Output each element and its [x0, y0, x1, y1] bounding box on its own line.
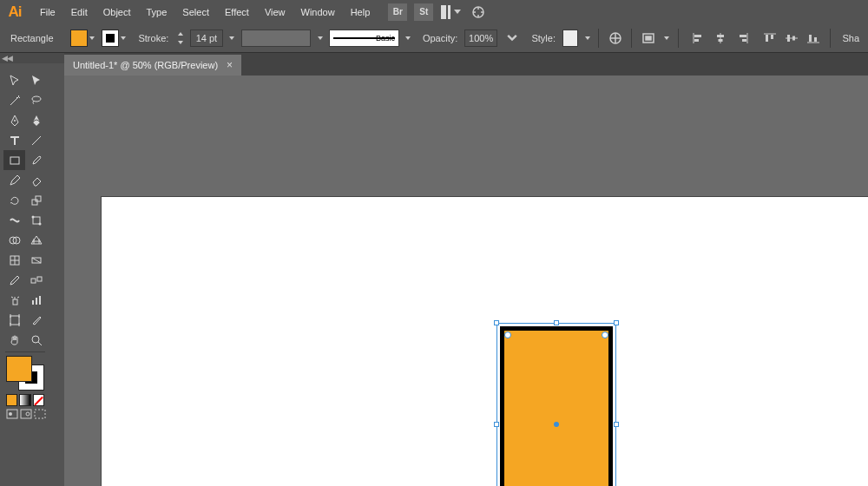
selection-tool[interactable]	[3, 70, 25, 90]
width-tool[interactable]	[3, 210, 25, 230]
color-mode-solid[interactable]	[6, 394, 17, 406]
svg-rect-9	[718, 39, 722, 42]
opacity-dropdown[interactable]	[503, 29, 521, 48]
paintbrush-tool[interactable]	[25, 150, 47, 170]
type-tool[interactable]	[3, 130, 25, 150]
gpu-preview-button[interactable]	[468, 3, 489, 22]
artboard[interactable]	[102, 197, 868, 486]
stroke-weight-field[interactable]: 14 pt	[190, 30, 223, 47]
slice-tool[interactable]	[25, 310, 47, 330]
tools-panel	[3, 70, 47, 422]
symbol-sprayer-tool[interactable]	[3, 290, 25, 310]
pencil-tool[interactable]	[3, 170, 25, 190]
layout-arrange-button[interactable]	[440, 3, 461, 22]
live-corner-widget[interactable]	[602, 332, 608, 338]
hand-tool[interactable]	[3, 330, 25, 350]
graphic-style-swatch[interactable]	[562, 30, 578, 47]
align-top-button[interactable]	[760, 30, 779, 47]
resize-handle-mid-left[interactable]	[494, 422, 499, 427]
shape-builder-tool[interactable]	[3, 230, 25, 250]
menu-effect[interactable]: Effect	[217, 0, 257, 23]
menu-object[interactable]: Object	[95, 0, 139, 23]
align-right-button[interactable]	[733, 30, 752, 47]
canvas-area[interactable]	[64, 76, 868, 486]
stock-button[interactable]: St	[414, 3, 433, 21]
resize-handle-mid-right[interactable]	[614, 422, 619, 427]
svg-rect-5	[694, 35, 701, 37]
separator	[5, 351, 45, 352]
align-vertical-group	[760, 30, 823, 47]
fill-swatch-dropdown[interactable]	[70, 30, 96, 47]
svg-rect-20	[809, 35, 812, 42]
panel-collapse-handle[interactable]: ◀◀	[0, 53, 64, 63]
menu-window[interactable]: Window	[293, 0, 343, 23]
document-tab-title: Untitled-1* @ 50% (RGB/Preview)	[73, 60, 218, 70]
recolor-button[interactable]	[606, 29, 624, 48]
svg-point-29	[31, 215, 34, 218]
menu-type[interactable]: Type	[139, 0, 175, 23]
separator	[830, 29, 831, 48]
resize-handle-top-left[interactable]	[494, 320, 499, 325]
close-icon[interactable]: ×	[227, 59, 233, 71]
fill-stroke-control[interactable]	[6, 356, 44, 391]
align-to-button[interactable]	[639, 29, 657, 48]
opacity-field[interactable]: 100%	[464, 30, 497, 47]
bridge-button[interactable]: Br	[388, 3, 407, 21]
resize-handle-top-right[interactable]	[614, 320, 619, 325]
opacity-label: Opacity:	[423, 33, 457, 43]
menu-file[interactable]: File	[32, 0, 63, 23]
menu-edit[interactable]: Edit	[63, 0, 95, 23]
eyedropper-tool[interactable]	[3, 270, 25, 290]
rectangle-tool[interactable]	[3, 150, 25, 170]
blend-tool[interactable]	[25, 270, 47, 290]
zoom-tool[interactable]	[25, 330, 47, 350]
svg-rect-37	[13, 299, 17, 305]
resize-handle-top-mid[interactable]	[554, 320, 559, 325]
align-bottom-button[interactable]	[804, 30, 823, 47]
color-mode-gradient[interactable]	[19, 394, 30, 406]
direct-selection-tool[interactable]	[25, 70, 47, 90]
perspective-grid-tool[interactable]	[25, 230, 47, 250]
color-wheel-icon	[608, 31, 622, 45]
pen-tool[interactable]	[3, 110, 25, 130]
chevron-down-icon	[119, 30, 128, 47]
stroke-weight-dropdown[interactable]	[228, 30, 236, 47]
svg-rect-11	[740, 35, 746, 37]
live-corner-widget[interactable]	[504, 332, 511, 338]
column-graph-tool[interactable]	[25, 290, 47, 310]
align-vcenter-button[interactable]	[782, 30, 801, 47]
eraser-tool[interactable]	[25, 170, 47, 190]
selected-rectangle-object[interactable]	[496, 323, 616, 486]
scale-tool[interactable]	[25, 190, 47, 210]
menu-select[interactable]: Select	[174, 0, 217, 23]
align-hcenter-button[interactable]	[711, 30, 730, 47]
align-left-button[interactable]	[689, 30, 708, 47]
gradient-tool[interactable]	[25, 250, 47, 270]
free-transform-tool[interactable]	[25, 210, 47, 230]
magic-wand-tool[interactable]	[3, 90, 25, 110]
rotate-tool[interactable]	[3, 190, 25, 210]
curvature-tool[interactable]	[25, 110, 47, 130]
stroke-swatch-dropdown[interactable]	[102, 30, 128, 47]
fill-color-box[interactable]	[6, 356, 32, 382]
center-point-icon[interactable]	[554, 422, 559, 427]
lasso-tool[interactable]	[25, 90, 47, 110]
draw-inside-button[interactable]	[34, 408, 46, 420]
brush-definition-dropdown[interactable]: Basic	[329, 30, 399, 47]
stroke-weight-stepper[interactable]	[175, 30, 185, 47]
menu-view[interactable]: View	[257, 0, 293, 23]
color-mode-none[interactable]	[33, 394, 44, 406]
svg-rect-40	[39, 296, 41, 305]
menu-help[interactable]: Help	[343, 0, 378, 23]
variable-width-profile-dropdown[interactable]	[241, 30, 312, 47]
draw-normal-button[interactable]	[6, 408, 18, 420]
mesh-tool[interactable]	[3, 250, 25, 270]
brush-name: Basic	[376, 34, 395, 43]
svg-rect-8	[717, 35, 724, 37]
draw-behind-button[interactable]	[20, 408, 32, 420]
artboard-tool[interactable]	[3, 310, 25, 330]
collapse-icon: ◀◀	[2, 54, 12, 62]
line-segment-tool[interactable]	[25, 130, 47, 150]
document-tab[interactable]: Untitled-1* @ 50% (RGB/Preview) ×	[64, 55, 241, 76]
menu-right-group: Br St	[388, 3, 489, 22]
